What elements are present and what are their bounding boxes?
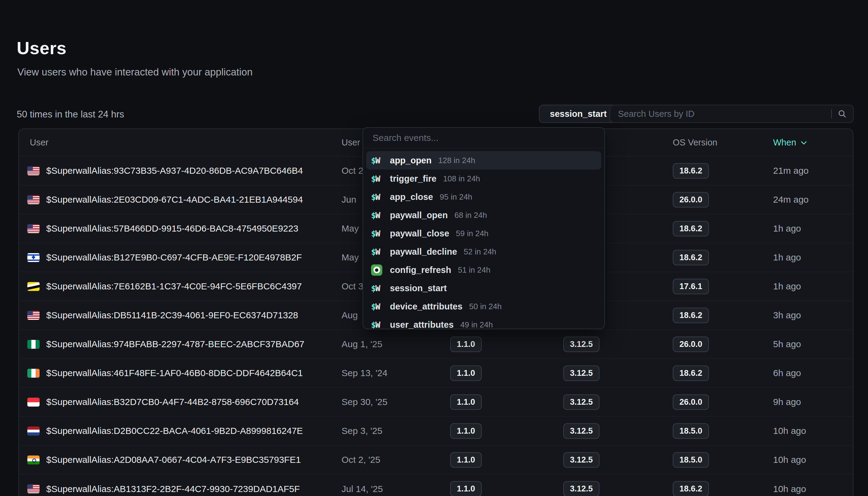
event-filter-button[interactable]: session_start — [539, 105, 618, 123]
app-version-badge: 1.1.0 — [450, 423, 482, 439]
country-flag-icon — [27, 369, 39, 378]
page-subtitle: View users who have interacted with your… — [17, 66, 253, 78]
user-alias: $SuperwallAlias:D2B0CC22-BACA-4061-9B2D-… — [46, 426, 303, 436]
last-seen: 10h ago — [773, 426, 853, 436]
user-alias: $SuperwallAlias:A2D08AA7-0667-4C04-A7F3-… — [46, 455, 301, 465]
user-since-date: Sep 30, '25 — [341, 397, 450, 407]
table-header-os-version: OS Version — [673, 138, 773, 148]
last-seen: 1h ago — [773, 281, 853, 292]
config-app-icon — [371, 264, 382, 276]
sdk-version-badge: 3.12.5 — [563, 481, 599, 496]
event-name: device_attributes — [390, 301, 463, 312]
last-seen: 21m ago — [773, 166, 853, 176]
app-version-badge: 1.1.0 — [450, 337, 482, 352]
event-item-paywall-decline[interactable]: paywall_decline 52 in 24h — [366, 243, 601, 261]
users-page: Users View users who have interacted wit… — [0, 0, 868, 496]
country-flag-icon — [27, 455, 39, 464]
sdk-version-badge: 3.12.5 — [563, 394, 599, 410]
table-header-user: User — [19, 138, 341, 148]
event-count: 68 in 24h — [454, 211, 487, 220]
last-seen: 24m ago — [773, 195, 853, 205]
event-count: 49 in 24h — [461, 320, 493, 329]
event-count-summary: 50 times in the last 24 hrs — [17, 109, 124, 120]
event-name: config_refresh — [390, 265, 451, 275]
table-row[interactable]: $SuperwallAlias:974BFABB-2297-4787-BEEC-… — [19, 330, 853, 359]
superwall-icon — [371, 229, 385, 238]
table-header-when[interactable]: When — [773, 138, 853, 148]
event-item-app-open[interactable]: app_open 128 in 24h — [366, 151, 601, 170]
event-count: 50 in 24h — [469, 302, 502, 311]
os-version-badge: 17.6.1 — [673, 279, 709, 294]
user-alias: $SuperwallAlias:7E6162B1-1C37-4C0E-94FC-… — [46, 281, 302, 292]
os-version-badge: 18.6.2 — [673, 308, 709, 323]
event-item-session-start[interactable]: session_start — [366, 279, 601, 297]
last-seen: 3h ago — [773, 310, 853, 321]
superwall-icon — [371, 211, 385, 220]
last-seen: 1h ago — [773, 252, 853, 263]
sdk-version-badge: 3.12.5 — [563, 452, 599, 468]
app-version-badge: 1.1.0 — [450, 394, 482, 410]
chevron-down-icon — [800, 139, 808, 147]
event-item-app-close[interactable]: app_close 95 in 24h — [366, 188, 601, 206]
app-version-badge: 1.1.0 — [450, 366, 482, 381]
app-version-badge: 1.1.0 — [450, 481, 482, 496]
table-row[interactable]: $SuperwallAlias:D2B0CC22-BACA-4061-9B2D-… — [19, 417, 853, 446]
event-count: 52 in 24h — [464, 247, 496, 257]
country-flag-icon — [27, 398, 39, 406]
events-dropdown: app_open 128 in 24h trigger_fire 108 in … — [363, 127, 605, 329]
country-flag-icon — [27, 484, 39, 493]
last-seen: 9h ago — [773, 397, 853, 407]
event-count: 51 in 24h — [458, 265, 490, 275]
os-version-badge: 18.6.2 — [673, 250, 709, 265]
user-search-input[interactable] — [610, 105, 831, 122]
event-item-device-attributes[interactable]: device_attributes 50 in 24h — [366, 297, 601, 315]
event-item-config-refresh[interactable]: config_refresh 51 in 24h — [366, 261, 601, 279]
country-flag-icon — [27, 427, 39, 435]
table-row[interactable]: $SuperwallAlias:461F48FE-1AF0-46B0-8DBC-… — [19, 359, 853, 388]
search-icon[interactable] — [837, 109, 847, 119]
table-row[interactable]: $SuperwallAlias:AB1313F2-2B2F-44C7-9930-… — [19, 475, 853, 496]
event-name: app_close — [390, 192, 433, 202]
event-item-trigger-fire[interactable]: trigger_fire 108 in 24h — [366, 170, 601, 188]
event-item-paywall-close[interactable]: paywall_close 59 in 24h — [366, 224, 601, 243]
event-name: paywall_decline — [390, 247, 457, 257]
user-alias: $SuperwallAlias:2E03CD09-67C1-4ADC-BA41-… — [46, 195, 303, 205]
os-version-badge: 26.0.0 — [673, 192, 709, 207]
sdk-version-badge: 3.12.5 — [563, 366, 599, 381]
table-row[interactable]: $SuperwallAlias:B32D7CB0-A4F7-44B2-8758-… — [19, 388, 853, 417]
country-flag-icon — [27, 282, 39, 291]
event-name: paywall_close — [390, 229, 449, 238]
event-name: session_start — [390, 283, 447, 293]
user-alias: $SuperwallAlias:57B466DD-9915-46D6-BAC8-… — [46, 223, 299, 234]
event-item-user-attributes[interactable]: user_attributes 49 in 24h — [366, 315, 601, 329]
superwall-icon — [371, 320, 385, 329]
user-since-date: Oct 2, '25 — [341, 455, 450, 465]
last-seen: 5h ago — [773, 339, 853, 349]
user-alias: $SuperwallAlias:974BFABB-2297-4787-BEEC-… — [46, 339, 304, 349]
superwall-icon — [371, 156, 385, 165]
country-flag-icon — [27, 224, 39, 233]
event-name: paywall_open — [390, 210, 448, 220]
os-version-badge: 18.6.2 — [673, 481, 709, 496]
superwall-icon — [371, 284, 385, 293]
country-flag-icon — [27, 340, 39, 349]
superwall-icon — [371, 192, 385, 202]
superwall-icon — [371, 247, 385, 257]
os-version-badge: 18.5.0 — [673, 423, 709, 439]
sdk-version-badge: 3.12.5 — [563, 337, 599, 352]
page-title: Users — [17, 38, 67, 58]
user-since-date: Sep 3, '25 — [341, 426, 450, 436]
user-alias: $SuperwallAlias:AB1313F2-2B2F-44C7-9930-… — [46, 484, 300, 494]
user-search-box[interactable] — [610, 105, 854, 123]
user-since-date: Jul 14, '25 — [341, 484, 450, 494]
os-version-badge: 18.6.2 — [673, 366, 709, 381]
event-item-paywall-open[interactable]: paywall_open 68 in 24h — [366, 206, 601, 224]
event-count: 95 in 24h — [440, 192, 472, 202]
table-row[interactable]: $SuperwallAlias:A2D08AA7-0667-4C04-A7F3-… — [19, 446, 853, 475]
event-search-input[interactable] — [363, 128, 604, 148]
user-alias: $SuperwallAlias:DB51141B-2C39-4061-9EF0-… — [46, 310, 298, 321]
event-count: 59 in 24h — [456, 229, 488, 238]
country-flag-icon — [27, 311, 39, 320]
country-flag-icon — [27, 253, 39, 262]
app-version-badge: 1.1.0 — [450, 452, 482, 468]
